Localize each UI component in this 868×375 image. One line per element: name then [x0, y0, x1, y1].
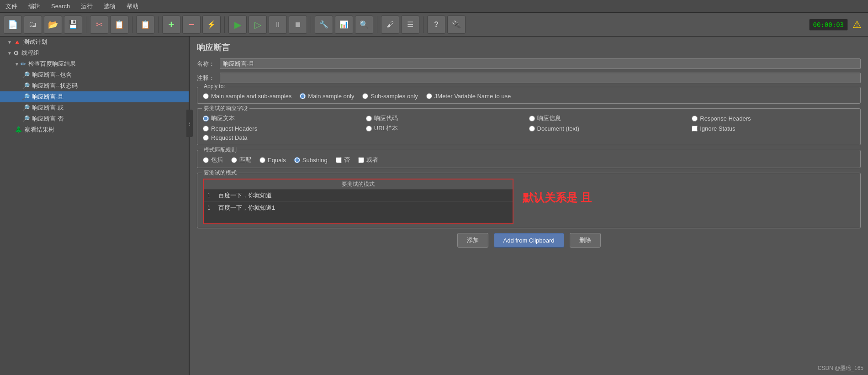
- pattern-row-2: 1 百度一下，你就知道1: [204, 202, 513, 214]
- resp-headers-text: Response Headers: [700, 115, 751, 122]
- search-button[interactable]: 🔍: [355, 16, 373, 34]
- apply-main-only-label[interactable]: Main sample only: [300, 93, 354, 100]
- list-button[interactable]: ☰: [401, 16, 419, 34]
- warning-icon: ⚠: [850, 17, 864, 32]
- apply-sub-only-radio[interactable]: [362, 93, 368, 99]
- name-input[interactable]: [220, 58, 861, 69]
- resp-text-radio[interactable]: [203, 116, 209, 121]
- tree-item-result-tree[interactable]: 🌲 察看结果树: [0, 124, 189, 135]
- resp-text-label[interactable]: 响应文本: [203, 114, 366, 122]
- tree-item-thread-group[interactable]: ▼ ⚙ 线程组: [0, 48, 189, 58]
- url-sample-radio[interactable]: [366, 126, 372, 132]
- add-clipboard-button[interactable]: Add from Clipboard: [494, 233, 564, 248]
- right-panel: 响应断言 名称： 注释： Apply to: Main sample and s…: [190, 37, 868, 375]
- pattern-row-1-text[interactable]: 百度一下，你就知道: [218, 191, 272, 200]
- pattern-row-2-text[interactable]: 百度一下，你就知道1: [218, 204, 275, 212]
- doc-text-radio[interactable]: [529, 126, 535, 132]
- label-assert-no: 响应断言-否: [32, 115, 64, 123]
- req-data-text: Request Data: [211, 134, 248, 141]
- rule-no-checkbox[interactable]: [336, 157, 342, 163]
- report-button[interactable]: 📊: [335, 16, 353, 34]
- rule-include-label[interactable]: 包括: [203, 156, 223, 164]
- rule-no-text: 否: [344, 156, 350, 164]
- brush-button[interactable]: 🖌: [381, 16, 399, 34]
- rule-equals-label[interactable]: Equals: [259, 157, 286, 164]
- tree-item-test-plan[interactable]: ▼ 🔺 测试计划: [0, 37, 189, 48]
- apply-main-sub-label[interactable]: Main sample and sub-samples: [203, 93, 291, 100]
- url-sample-label[interactable]: URL样本: [366, 124, 529, 132]
- help-button[interactable]: ?: [427, 16, 445, 34]
- icon-assert-status: 🔎: [22, 82, 30, 90]
- tree-item-assert-include[interactable]: 🔎 响应断言--包含: [0, 69, 189, 80]
- panel-collapse-handle[interactable]: ⋮: [186, 110, 190, 137]
- cut-button[interactable]: ✂: [90, 16, 108, 34]
- add-button[interactable]: +: [162, 16, 180, 34]
- rule-equals-text: Equals: [268, 157, 286, 164]
- rule-or-checkbox[interactable]: [358, 157, 364, 163]
- rule-or-text: 或者: [366, 156, 378, 164]
- rule-substring-label[interactable]: Substring: [294, 157, 328, 164]
- resp-code-radio[interactable]: [366, 116, 372, 121]
- menu-help[interactable]: 帮助: [125, 1, 140, 11]
- paste-button[interactable]: 📋: [136, 16, 154, 34]
- req-data-label[interactable]: Request Data: [203, 134, 248, 141]
- new-button[interactable]: 📄: [4, 16, 22, 34]
- comment-input[interactable]: [220, 73, 861, 83]
- rule-or-label[interactable]: 或者: [358, 156, 378, 164]
- start-button[interactable]: ▶: [228, 16, 247, 34]
- rule-equals-radio[interactable]: [259, 157, 265, 163]
- apply-jmeter-label[interactable]: JMeter Variable Name to use: [426, 93, 511, 100]
- resp-code-label[interactable]: 响应代码: [366, 114, 529, 122]
- clear-button[interactable]: 🔧: [315, 16, 333, 34]
- apply-main-only-radio[interactable]: [300, 93, 306, 99]
- plugin-button[interactable]: 🔌: [447, 16, 466, 34]
- icon-assert-no: 🔎: [22, 115, 30, 122]
- save-button[interactable]: 💾: [64, 16, 82, 34]
- add-pattern-button[interactable]: 添加: [457, 233, 488, 248]
- rule-no-label[interactable]: 否: [336, 156, 350, 164]
- menu-run[interactable]: 运行: [79, 1, 95, 11]
- toggle-button[interactable]: ⚡: [202, 16, 221, 34]
- tree-item-assert-or[interactable]: 🔎 响应断言-或: [0, 102, 189, 113]
- tree-item-assert-and[interactable]: 🔎 响应断言-且: [0, 91, 189, 102]
- req-headers-radio[interactable]: [203, 126, 209, 132]
- doc-text-label[interactable]: Document (text): [529, 124, 692, 132]
- ignore-status-checkbox[interactable]: [692, 126, 698, 132]
- remove-button[interactable]: −: [182, 16, 201, 34]
- template-button[interactable]: 🗂: [24, 16, 42, 34]
- start-no-pause-button[interactable]: ▷: [249, 16, 267, 34]
- rule-match-radio[interactable]: [231, 157, 237, 163]
- tree-item-check-result[interactable]: ▼ ✏ 检查百度响应结果: [0, 58, 189, 69]
- menu-options[interactable]: 选项: [102, 1, 117, 11]
- resp-msg-radio[interactable]: [529, 116, 535, 121]
- copy-button[interactable]: 📋: [110, 16, 128, 34]
- menu-edit[interactable]: 编辑: [26, 1, 42, 11]
- tree-item-assert-status[interactable]: 🔎 响应断言--状态码: [0, 80, 189, 91]
- annotation-text: 默认关系是 且: [523, 190, 592, 205]
- menu-search[interactable]: Search: [49, 2, 72, 11]
- rule-match-label[interactable]: 匹配: [231, 156, 251, 164]
- apply-main-sub-radio[interactable]: [203, 93, 209, 99]
- stop-button[interactable]: ⏹: [289, 16, 307, 34]
- pattern-rule-group: 包括 匹配 Equals Substring 否: [203, 154, 855, 164]
- resp-headers-label[interactable]: Response Headers: [692, 114, 855, 122]
- rule-include-radio[interactable]: [203, 157, 209, 163]
- menu-file[interactable]: 文件: [4, 1, 19, 11]
- tree-item-assert-no[interactable]: 🔎 响应断言-否: [0, 113, 189, 124]
- resp-headers-radio[interactable]: [692, 116, 698, 121]
- ignore-status-label[interactable]: Ignore Status: [692, 124, 855, 132]
- apply-to-section: Apply to: Main sample and sub-samples Ma…: [197, 87, 861, 104]
- pattern-row-1: 1 百度一下，你就知道: [204, 190, 513, 202]
- toolbar: 📄 🗂 📂 💾 ✂ 📋 📋 + − ⚡ ▶ ▷ ⏸ ⏹ 🔧 📊 🔍 🖌 ☰ ? …: [0, 13, 868, 37]
- delete-pattern-button[interactable]: 删除: [570, 233, 601, 248]
- rule-substring-radio[interactable]: [294, 157, 300, 163]
- resp-msg-label[interactable]: 响应信息: [529, 114, 692, 122]
- icon-assert-include: 🔎: [22, 71, 30, 79]
- apply-sub-only-label[interactable]: Sub-samples only: [362, 93, 418, 100]
- open-button[interactable]: 📂: [44, 16, 62, 34]
- response-field-section: 要测试的响应字段 响应文本 响应代码 响应信息 Response Headers: [197, 108, 861, 145]
- apply-jmeter-radio[interactable]: [426, 93, 432, 99]
- req-data-radio[interactable]: [203, 135, 209, 141]
- pause-button[interactable]: ⏸: [269, 16, 287, 34]
- req-headers-label[interactable]: Request Headers: [203, 124, 366, 132]
